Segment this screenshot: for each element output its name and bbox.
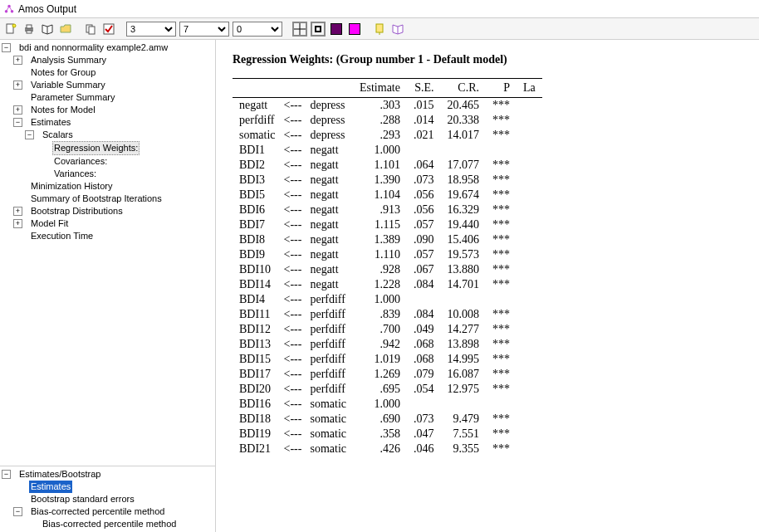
table-cell: *** xyxy=(486,262,517,277)
expand-icon[interactable]: + xyxy=(13,105,22,115)
tree-node-label[interactable]: Bootstrap Distributions xyxy=(29,205,125,217)
svg-rect-8 xyxy=(27,25,32,28)
fill-dark-icon[interactable] xyxy=(329,22,344,37)
tree-node-label[interactable]: Execution Time xyxy=(29,230,95,242)
table-cell xyxy=(517,247,542,262)
collapse-icon[interactable]: − xyxy=(25,130,34,139)
window-title: Amos Output xyxy=(18,3,76,15)
table-cell: *** xyxy=(486,173,517,188)
tree-node-label[interactable]: Covariances: xyxy=(52,155,109,168)
copy-icon[interactable] xyxy=(83,22,98,37)
table-cell: 13.880 xyxy=(440,262,486,277)
fill-magenta-icon[interactable] xyxy=(347,22,362,37)
table-cell: perfdiff xyxy=(233,113,282,128)
table-cell: *** xyxy=(486,232,517,247)
combo-level-c[interactable]: 0 xyxy=(233,22,282,37)
table-cell: 1.000 xyxy=(353,143,407,158)
tree-node-label[interactable]: Model Fit xyxy=(29,217,70,230)
collapse-icon[interactable]: − xyxy=(13,118,22,127)
table-row: BDI8<---negatt1.389.09015.406*** xyxy=(233,232,542,247)
tree-node-label[interactable]: Notes for Model xyxy=(29,104,97,116)
table-cell: .913 xyxy=(353,203,407,217)
tree-node-label[interactable]: Parameter Summary xyxy=(29,91,116,104)
tree-node[interactable]: Estimates xyxy=(2,481,215,493)
table-cell: 1.104 xyxy=(353,188,407,203)
expand-icon[interactable]: + xyxy=(13,56,22,65)
table-cell xyxy=(517,442,542,456)
tree-node[interactable]: +Bootstrap Distributions xyxy=(2,205,215,217)
tree-node-label[interactable]: Regression Weights: xyxy=(52,141,140,155)
tree-node-label[interactable]: Variable Summary xyxy=(29,79,107,91)
table-row: BDI19<---somatic.358.0477.551*** xyxy=(233,427,542,442)
tree-node-label[interactable]: Bias-corrected percentile method xyxy=(41,518,178,530)
combo-level-a[interactable]: 3 xyxy=(126,22,176,37)
tree-node[interactable]: +Model Fit xyxy=(2,217,215,230)
help-book-icon[interactable] xyxy=(390,22,405,37)
tree-node[interactable]: Minimization History xyxy=(2,180,215,193)
tree-node[interactable]: +Variable Summary xyxy=(2,79,215,91)
expand-icon[interactable]: + xyxy=(13,207,22,216)
table-cell: .079 xyxy=(407,367,441,382)
table-row: BDI17<---perfdiff1.269.07916.087*** xyxy=(233,367,542,382)
collapse-icon[interactable]: − xyxy=(2,470,11,479)
options-icon[interactable] xyxy=(101,22,116,37)
collapse-icon[interactable]: − xyxy=(2,43,11,52)
table-cell xyxy=(517,158,542,173)
table-cell: <--- xyxy=(282,203,304,217)
tree-node[interactable]: Notes for Group xyxy=(2,66,215,79)
tree-node-label[interactable]: Bootstrap standard errors xyxy=(29,493,136,505)
tree-node[interactable]: Execution Time xyxy=(2,230,215,242)
table-cell: .084 xyxy=(407,277,441,292)
table-cell: *** xyxy=(486,412,517,427)
table-cell: depress xyxy=(303,98,353,114)
table-cell: *** xyxy=(486,277,517,292)
tree-node-label[interactable]: Variances: xyxy=(52,168,98,180)
svg-rect-9 xyxy=(27,31,32,33)
tree-node-label[interactable]: Analysis Summary xyxy=(29,54,108,66)
tree-node[interactable]: −Scalars xyxy=(2,129,215,141)
tree-node[interactable]: −Bias-corrected percentile method xyxy=(2,505,215,518)
book-icon[interactable] xyxy=(40,22,55,37)
tree-node-label[interactable]: Estimates/Bootstrap xyxy=(17,468,102,481)
table-row: BDI14<---negatt1.228.08414.701*** xyxy=(233,277,542,292)
open-folder-icon[interactable] xyxy=(58,22,73,37)
table-cell: 16.329 xyxy=(440,203,486,217)
tree-node[interactable]: +Analysis Summary xyxy=(2,54,215,66)
tree-node-label[interactable]: Minimization History xyxy=(29,180,114,193)
target-cross-icon[interactable] xyxy=(292,22,307,37)
tree-node[interactable]: −Estimates/Bootstrap xyxy=(2,468,215,481)
tree-node[interactable]: Parameter Summary xyxy=(2,91,215,104)
table-cell: 9.355 xyxy=(440,442,486,456)
table-cell: depress xyxy=(303,113,353,128)
tree-node-label[interactable]: Notes for Group xyxy=(29,66,97,79)
tree-node[interactable]: Bootstrap standard errors xyxy=(2,493,215,505)
tree-node[interactable]: +Notes for Model xyxy=(2,104,215,116)
tree-node-label[interactable]: Scalars xyxy=(41,129,75,141)
tree-node-label[interactable]: Bias-corrected percentile method xyxy=(29,505,166,518)
tree-node-label[interactable]: bdi and nonnormality example2.amw xyxy=(17,41,169,54)
table-header: S.E. xyxy=(407,79,441,98)
new-page-icon[interactable] xyxy=(3,22,18,37)
hint-icon[interactable] xyxy=(372,22,387,37)
tree-node-label[interactable]: Summary of Bootstrap Iterations xyxy=(29,193,164,205)
tree-node[interactable]: Regression Weights: xyxy=(2,141,215,155)
target-box-icon[interactable] xyxy=(311,22,326,37)
table-cell: negatt xyxy=(303,173,353,188)
tree-node-label[interactable]: Estimates xyxy=(29,116,72,129)
collapse-icon[interactable]: − xyxy=(13,507,22,516)
tree-node[interactable]: −Estimates xyxy=(2,116,215,129)
tree-node[interactable]: Summary of Bootstrap Iterations xyxy=(2,193,215,205)
expand-icon[interactable]: + xyxy=(13,219,22,228)
expand-icon[interactable]: + xyxy=(13,81,22,90)
table-cell: 1.269 xyxy=(353,367,407,382)
tree-node[interactable]: Bias-corrected percentile method xyxy=(2,518,215,530)
tree-node[interactable]: −bdi and nonnormality example2.amw xyxy=(2,41,215,54)
tree-node[interactable]: Variances: xyxy=(2,168,215,180)
tree-node-label[interactable]: Estimates xyxy=(29,481,72,493)
table-header: La xyxy=(517,79,542,98)
tree-node[interactable]: Covariances: xyxy=(2,155,215,168)
svg-point-6 xyxy=(12,24,16,27)
print-icon[interactable] xyxy=(22,22,37,37)
combo-level-b[interactable]: 7 xyxy=(179,22,229,37)
table-cell: .690 xyxy=(353,412,407,427)
